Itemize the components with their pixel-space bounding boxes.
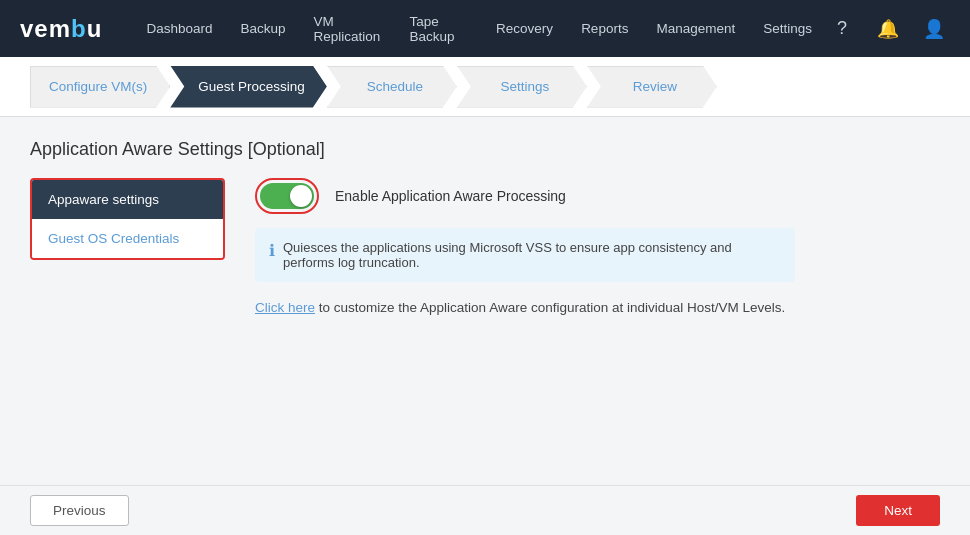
- bell-icon[interactable]: 🔔: [872, 13, 904, 45]
- wizard-step-label: Schedule: [367, 79, 423, 94]
- help-icon[interactable]: ?: [826, 13, 858, 45]
- nav-tape-backup[interactable]: Tape Backup: [396, 0, 483, 57]
- wizard-step-configure-vms[interactable]: Configure VM(s): [30, 66, 170, 108]
- toggle-knob: [290, 185, 312, 207]
- nav-reports[interactable]: Reports: [567, 0, 642, 57]
- navbar: vembu Dashboard Backup VM Replication Ta…: [0, 0, 970, 57]
- click-here-link[interactable]: Click here: [255, 300, 315, 315]
- wizard-step-label: Guest Processing: [198, 79, 305, 94]
- wizard-step-label: Review: [633, 79, 677, 94]
- nav-management[interactable]: Management: [642, 0, 749, 57]
- sidebar-menu: Appaware settings Guest OS Credentials: [30, 178, 225, 260]
- nav-links: Dashboard Backup VM Replication Tape Bac…: [132, 0, 826, 57]
- toggle-wrapper: [255, 178, 319, 214]
- toggle-label: Enable Application Aware Processing: [335, 188, 566, 204]
- right-panel: Enable Application Aware Processing ℹ Qu…: [255, 178, 940, 318]
- info-box: ℹ Quiesces the applications using Micros…: [255, 228, 795, 282]
- wizard-step-review[interactable]: Review: [587, 66, 717, 108]
- bottom-bar: Previous Next: [0, 485, 970, 535]
- enable-app-aware-toggle[interactable]: [260, 183, 314, 209]
- next-button[interactable]: Next: [856, 495, 940, 526]
- nav-backup[interactable]: Backup: [226, 0, 299, 57]
- wizard-step-label: Settings: [500, 79, 549, 94]
- user-icon[interactable]: 👤: [918, 13, 950, 45]
- page-title: Application Aware Settings [Optional]: [30, 139, 940, 160]
- nav-settings[interactable]: Settings: [749, 0, 826, 57]
- info-icon: ℹ: [269, 241, 275, 260]
- wizard-step-guest-processing[interactable]: Guest Processing: [170, 66, 327, 108]
- click-here-trailing-text: to customize the Application Aware confi…: [315, 300, 785, 315]
- nav-dashboard[interactable]: Dashboard: [132, 0, 226, 57]
- wizard-step-schedule[interactable]: Schedule: [327, 66, 457, 108]
- toggle-row: Enable Application Aware Processing: [255, 178, 940, 214]
- sidebar-item-appaware[interactable]: Appaware settings: [32, 180, 223, 219]
- info-box-text: Quiesces the applications using Microsof…: [283, 240, 781, 270]
- wizard-bar: Configure VM(s) Guest Processing Schedul…: [0, 57, 970, 117]
- main-content: Application Aware Settings [Optional] Ap…: [0, 117, 970, 338]
- wizard-step-label: Configure VM(s): [49, 79, 147, 94]
- nav-recovery[interactable]: Recovery: [482, 0, 567, 57]
- previous-button[interactable]: Previous: [30, 495, 129, 526]
- wizard-step-settings[interactable]: Settings: [457, 66, 587, 108]
- sidebar-item-guest-os[interactable]: Guest OS Credentials: [32, 219, 223, 258]
- nav-vm-replication[interactable]: VM Replication: [299, 0, 395, 57]
- content-area: Appaware settings Guest OS Credentials E…: [30, 178, 940, 318]
- click-here-section: Click here to customize the Application …: [255, 298, 795, 318]
- nav-icon-group: ? 🔔 👤: [826, 13, 950, 45]
- logo: vembu: [20, 15, 102, 43]
